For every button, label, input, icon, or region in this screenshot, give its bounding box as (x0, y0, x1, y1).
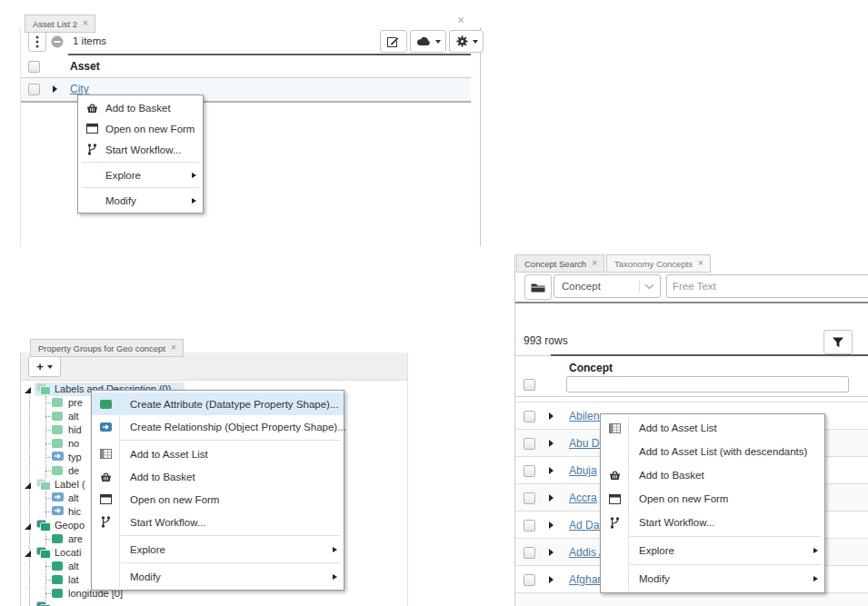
expander-icon[interactable] (24, 481, 32, 492)
menu-item-start-workflow[interactable]: Start Workflow... (92, 511, 344, 533)
row-expander-icon[interactable] (549, 467, 554, 474)
chevron-down-icon (435, 40, 441, 44)
free-text-input[interactable] (666, 274, 868, 298)
asset-link[interactable]: City (70, 83, 89, 95)
create-attribute-icon (92, 400, 119, 409)
close-icon[interactable]: × (171, 343, 176, 353)
select-all-checkbox[interactable] (524, 379, 535, 391)
menu-separator (82, 187, 199, 188)
menu-item-open-on-new-form[interactable]: Open on new Form (601, 487, 824, 511)
row-expander-icon[interactable] (53, 85, 57, 93)
menu-item-add-to-basket[interactable]: Add to Basket (78, 97, 203, 118)
row-checkbox[interactable] (28, 84, 40, 95)
menu-item-create-attribute[interactable]: Create Attribute (Datatype Property Shap… (92, 392, 344, 415)
row-expander-icon[interactable] (549, 412, 554, 420)
concept-link[interactable]: Afghan (569, 573, 604, 586)
menu-separator (121, 535, 340, 536)
menu-item-start-workflow[interactable]: Start Workflow... (601, 511, 824, 534)
expander-icon[interactable] (24, 385, 32, 396)
menu-item-add-to-asset-list[interactable]: Add to Asset List (92, 442, 344, 465)
expander-icon[interactable] (24, 522, 32, 532)
more-options-button[interactable] (28, 31, 46, 52)
tab-taxonomy-concepts[interactable]: Taxonomy Concepts × (606, 254, 711, 273)
filter-button[interactable] (823, 330, 853, 354)
tab-asset-list-2[interactable]: Asset List 2 × (25, 15, 95, 33)
row-checkbox[interactable] (524, 411, 535, 422)
create-relationship-icon (92, 422, 119, 432)
attribute-icon (52, 534, 63, 543)
row-checkbox[interactable] (524, 492, 535, 504)
relationship-icon (52, 506, 64, 517)
menu-item-add-to-asset-list[interactable]: Add to Asset List (601, 416, 824, 440)
attribute-icon (52, 439, 63, 448)
row-checkbox[interactable] (524, 547, 535, 559)
edit-button[interactable] (380, 30, 407, 53)
tree-item-group[interactable] (21, 601, 407, 606)
tab-label: Property Groups for Geo concept (38, 343, 165, 353)
vertical-ellipsis-icon (35, 35, 39, 48)
column-header: Concept (569, 362, 613, 374)
submenu-arrow-icon (813, 548, 818, 553)
row-checkbox[interactable] (524, 465, 535, 477)
relationship-icon (52, 492, 64, 503)
menu-item-modify[interactable]: Modify (601, 567, 824, 591)
create-button[interactable]: + (28, 356, 61, 377)
close-icon[interactable]: × (592, 259, 597, 268)
row-checkbox[interactable] (524, 438, 535, 450)
search-type-select[interactable]: Concept (554, 274, 661, 298)
row-expander-icon[interactable] (549, 576, 554, 583)
menu-item-explore[interactable]: Explore (78, 164, 203, 185)
settings-menu-button[interactable] (449, 30, 484, 53)
menu-item-add-to-asset-list-descendants[interactable]: Add to Asset List (with descendants) (601, 440, 824, 463)
menu-item-start-workflow[interactable]: Start Workflow... (78, 139, 203, 160)
tab-concept-search[interactable]: Concept Search × (516, 254, 604, 273)
items-count: 1 items (73, 35, 106, 46)
remove-circle-icon[interactable] (51, 35, 64, 48)
tab-label: Concept Search (524, 259, 586, 269)
basket-icon (601, 470, 628, 481)
column-filter-input[interactable] (566, 376, 849, 392)
row-expander-icon[interactable] (549, 522, 554, 529)
attribute-icon (52, 466, 63, 475)
table-header-row: Concept (515, 356, 868, 397)
close-icon[interactable]: × (698, 259, 703, 268)
tab-label: Taxonomy Concepts (614, 259, 693, 269)
window-icon (92, 494, 119, 504)
tab-property-groups[interactable]: Property Groups for Geo concept × (30, 339, 184, 357)
asset-list-icon (601, 423, 628, 433)
folder-icon (531, 282, 545, 293)
property-group-icon (36, 520, 51, 533)
concept-link[interactable]: Abuja (569, 464, 597, 477)
chevron-down-icon (473, 40, 478, 44)
row-checkbox[interactable] (524, 520, 535, 531)
menu-item-create-relationship[interactable]: Create Relationship (Object Property Sha… (92, 415, 344, 438)
menu-item-modify[interactable]: Modify (78, 190, 203, 211)
attribute-icon (52, 425, 63, 434)
menu-item-add-to-basket[interactable]: Add to Basket (601, 463, 824, 487)
gear-icon (455, 35, 469, 48)
cloud-menu-button[interactable] (410, 30, 446, 53)
table-row (515, 592, 868, 606)
concept-link[interactable]: Accra (569, 492, 597, 504)
row-expander-icon[interactable] (549, 549, 554, 556)
column-header: Asset (70, 60, 100, 73)
menu-separator (82, 162, 199, 163)
chevron-down-icon (644, 283, 654, 290)
close-icon[interactable]: × (83, 19, 88, 28)
row-expander-icon[interactable] (549, 440, 554, 447)
property-group-icon (36, 383, 51, 397)
menu-item-add-to-basket[interactable]: Add to Basket (92, 465, 344, 488)
attribute-icon (52, 398, 63, 407)
expander-icon[interactable] (24, 549, 32, 560)
close-icon[interactable]: × (457, 14, 464, 26)
menu-item-explore[interactable]: Explore (601, 539, 824, 562)
menu-item-open-on-new-form[interactable]: Open on new Form (92, 488, 344, 511)
submenu-arrow-icon (813, 576, 818, 581)
select-all-checkbox[interactable] (28, 61, 40, 73)
menu-item-modify[interactable]: Modify (92, 565, 344, 588)
menu-item-open-on-new-form[interactable]: Open on new Form (78, 118, 203, 139)
menu-item-explore[interactable]: Explore (92, 538, 344, 561)
row-expander-icon[interactable] (549, 494, 554, 502)
row-checkbox[interactable] (524, 574, 535, 586)
open-search-button[interactable] (524, 274, 552, 300)
